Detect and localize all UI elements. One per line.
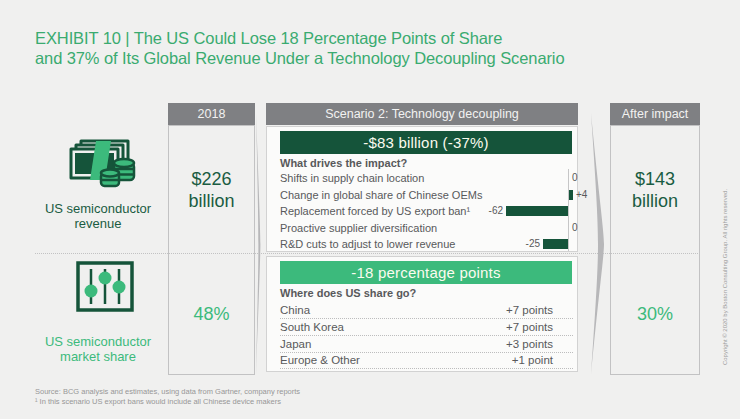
revenue-impact-headline: -$83 billion (-37%) (280, 131, 572, 154)
share-row-points: +7 points (506, 321, 553, 333)
revenue-after-unit: billion (632, 190, 678, 212)
share-table-row: South Korea+7 points (280, 319, 573, 336)
impact-bar (506, 206, 568, 216)
transition-arrow-right (589, 113, 605, 379)
share-row-points: +1 point (512, 354, 553, 366)
column-after-impact: $143 billion 30% (610, 125, 700, 375)
impact-value-label: 0 (572, 172, 578, 183)
transition-arrow-left (255, 113, 261, 379)
impact-row-label: Replacement forced by US export ban¹ (280, 205, 470, 217)
impact-row: Shifts in supply chain location0 (267, 170, 577, 186)
share-row-label-line1: US semiconductor (23, 334, 173, 349)
scenario-revenue-panel: -$83 billion (-37%) What drives the impa… (266, 126, 578, 252)
money-icon (64, 139, 138, 196)
page-title: EXHIBIT 10 | The US Could Lose 18 Percen… (35, 28, 565, 68)
impact-row-label: Proactive supplier diversification (280, 222, 437, 234)
impact-bar (543, 239, 568, 249)
revenue-impact-question: What drives the impact? (280, 157, 407, 169)
sliders-icon (76, 261, 134, 316)
impact-value-label: 0 (572, 222, 578, 233)
revenue-after-value: $143 billion (611, 126, 699, 253)
share-row-country: South Korea (280, 321, 344, 333)
revenue-row-label: US semiconductor revenue (23, 201, 173, 231)
share-row-points: +7 points (506, 304, 553, 316)
share-row-label: US semiconductor market share (23, 334, 173, 364)
share-2018-value: 48% (169, 254, 254, 374)
copyright-text: Copyright © 2020 by Boston Consulting Gr… (722, 182, 728, 372)
revenue-row-label-line2: revenue (23, 216, 173, 231)
impact-row-label: Change in global share of Chinese OEMs (280, 189, 482, 201)
impact-row-label: Shifts in supply chain location (280, 172, 424, 184)
revenue-row-label-line1: US semiconductor (23, 201, 173, 216)
share-impact-headline: -18 percentage points (280, 261, 572, 284)
column-header-scenario: Scenario 2: Technology decoupling (266, 103, 578, 125)
share-table-row: Japan+3 points (280, 336, 573, 353)
share-row-country: Europe & Other (280, 354, 360, 366)
revenue-2018-amount: $226 (191, 168, 231, 190)
page-title-line1: EXHIBIT 10 | The US Could Lose 18 Percen… (35, 28, 565, 48)
revenue-2018-unit: billion (188, 190, 234, 212)
page-title-line2: and 37% of Its Global Revenue Under a Te… (35, 48, 565, 68)
impact-value-label: +4 (576, 189, 587, 200)
share-table-row: China+7 points (280, 302, 573, 319)
scenario-share-panel: -18 percentage points Where does US shar… (266, 256, 578, 372)
share-after-percent: 30% (637, 304, 673, 325)
share-row-points: +3 points (506, 338, 553, 350)
impact-value-label: -25 (526, 238, 540, 249)
footnote: ¹ In this scenario US export bans would … (35, 397, 300, 407)
impact-row: R&D cuts to adjust to lower revenue-25 (267, 236, 577, 252)
impact-row: Proactive supplier diversification0 (267, 220, 577, 236)
share-2018-percent: 48% (193, 304, 229, 325)
impact-row: Change in global share of Chinese OEMs+4 (267, 187, 577, 203)
share-after-value: 30% (611, 254, 699, 374)
share-row-label-line2: market share (23, 349, 173, 364)
impact-row-label: R&D cuts to adjust to lower revenue (280, 238, 455, 250)
revenue-after-amount: $143 (635, 168, 675, 190)
column-header-after-impact: After impact (610, 103, 700, 125)
revenue-2018-value: $226 billion (169, 126, 254, 253)
column-header-2018: 2018 (168, 103, 255, 125)
footer-notes: Source: BCG analysis and estimates, usin… (35, 387, 300, 406)
share-impact-question: Where does US share go? (280, 287, 416, 299)
impact-value-label: -62 (489, 205, 503, 216)
exhibit-slide: EXHIBIT 10 | The US Could Lose 18 Percen… (0, 0, 740, 419)
share-row-country: China (280, 304, 310, 316)
impact-bar (569, 190, 573, 200)
impact-row: Replacement forced by US export ban¹-62 (267, 203, 577, 219)
column-2018: $226 billion 48% (168, 125, 255, 375)
share-row-country: Japan (280, 338, 311, 350)
share-table-row: Europe & Other+1 point (280, 352, 573, 369)
source-note: Source: BCG analysis and estimates, usin… (35, 387, 300, 397)
